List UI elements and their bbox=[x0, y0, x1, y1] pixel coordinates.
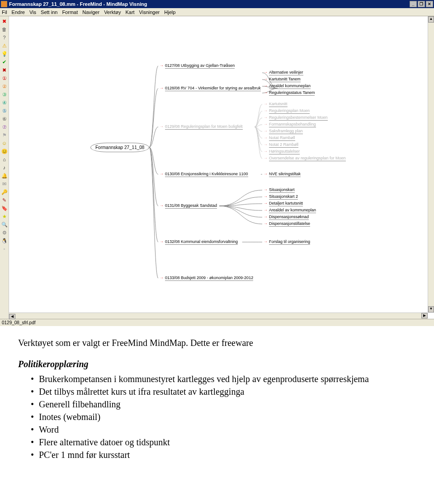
close-button[interactable]: ✕ bbox=[426, 1, 433, 7]
neutral-icon[interactable]: 😐 bbox=[1, 148, 8, 154]
menu-sett-inn[interactable]: Sett inn bbox=[41, 9, 57, 15]
doc-bullet: Word bbox=[31, 424, 416, 435]
mindmap-node[interactable]: →Kartutsnitt Tanem bbox=[262, 76, 302, 82]
menu-hjelp[interactable]: Hjelp bbox=[164, 9, 175, 15]
horizontal-scrollbar[interactable]: ◀ ▶ bbox=[9, 313, 428, 319]
menu-verktoy[interactable]: Verktøy bbox=[104, 9, 121, 15]
note-icon[interactable]: ♪ bbox=[1, 164, 8, 171]
menu-visninger[interactable]: Visninger bbox=[139, 9, 160, 15]
scroll-down-button[interactable]: ▼ bbox=[428, 306, 434, 313]
help-icon[interactable]: ? bbox=[1, 34, 8, 41]
mail-icon[interactable]: ✉ bbox=[1, 181, 8, 187]
menu-format[interactable]: Format bbox=[62, 9, 78, 15]
mindmap-node[interactable]: →Formannskapsbehandling bbox=[262, 121, 317, 127]
doc-bullet: Flere alternative datoer og tidspunkt bbox=[31, 436, 416, 448]
blank-icon[interactable]: ▫ bbox=[1, 246, 8, 252]
doc-intro: Verktøyet som er valgt er FreeMind MindM… bbox=[18, 338, 416, 348]
doc-bullet: Brukerkompetansen i kommunestyret kartle… bbox=[31, 373, 416, 385]
mindmap-canvas[interactable]: Formannskap 27_11_08→0127/08 Utbygging a… bbox=[9, 16, 434, 319]
idea-icon[interactable]: 💡 bbox=[1, 51, 8, 57]
cancel-icon[interactable]: ✖ bbox=[1, 18, 8, 24]
window-title: Formannskap 27_11_08.mm - FreeMind - Min… bbox=[9, 1, 409, 7]
mindmap-node[interactable]: →0129/08 Reguleringsplan for Moen boligf… bbox=[158, 124, 244, 129]
scroll-left-button[interactable]: ◀ bbox=[9, 314, 15, 319]
menu-fil[interactable]: Fil bbox=[2, 9, 7, 15]
home-icon[interactable]: ⌂ bbox=[1, 156, 8, 163]
mindmap-node[interactable]: →Notat 2 Rambøll bbox=[262, 142, 300, 147]
maximize-button[interactable]: ❐ bbox=[418, 1, 425, 7]
doc-bullet: Det tilbys målrettet kurs ut ifra result… bbox=[31, 386, 416, 397]
priority-5-icon[interactable]: ⑤ bbox=[1, 107, 8, 114]
left-toolbar: ✖🗑?⚠💡✔✖①②③④⑤⑥⑦⚑☺😐⌂♪🔔✉🔑✎🔖★🔍⚙🐧▫ bbox=[0, 16, 9, 319]
warning-icon[interactable]: ⚠ bbox=[1, 42, 8, 49]
mindmap-node[interactable]: →NVE sikringstiltak bbox=[262, 171, 302, 177]
doc-bullet: PC'er 1 mnd før kursstart bbox=[31, 449, 416, 461]
doc-bullet: Generell filbehandling bbox=[31, 398, 416, 410]
document-body: Verktøyet som er valgt er FreeMind MindM… bbox=[0, 326, 434, 461]
app-body: ✖🗑?⚠💡✔✖①②③④⑤⑥⑦⚑☺😐⌂♪🔔✉🔑✎🔖★🔍⚙🐧▫ Formannska… bbox=[0, 16, 434, 319]
cross-icon[interactable]: ✖ bbox=[1, 67, 8, 73]
mindmap-node[interactable]: →Reguleringsstatus Tanem bbox=[262, 90, 316, 95]
priority-6-icon[interactable]: ⑥ bbox=[1, 116, 8, 122]
mindmap-node[interactable]: →0131/08 Byggesak Sandstad bbox=[158, 203, 218, 208]
menu-kart[interactable]: Kart bbox=[125, 9, 134, 15]
mindmap-node[interactable]: →0130/08 Erosjonssikring i Kvikkleireson… bbox=[158, 171, 250, 177]
mindmap-node[interactable]: Formannskap 27_11_08 bbox=[90, 143, 149, 152]
scroll-right-button[interactable]: ▶ bbox=[421, 313, 428, 318]
menu-endre[interactable]: Endre bbox=[12, 9, 25, 15]
mindmap-node[interactable]: →Saksframlegg plan bbox=[262, 128, 304, 134]
minimize-button[interactable]: _ bbox=[410, 1, 417, 7]
doc-heading: Politikeropplæring bbox=[18, 359, 416, 369]
doc-bullet: Inotes (webmail) bbox=[31, 411, 416, 423]
bell-icon[interactable]: 🔔 bbox=[1, 173, 8, 179]
app-icon bbox=[1, 1, 7, 7]
mindmap-node[interactable]: →Høringsuttalelser bbox=[262, 149, 301, 154]
mindmap-node[interactable]: →Oversendelse av reguleringsplan for Moe… bbox=[262, 155, 347, 161]
menu-bar: Fil Endre Vis Sett inn Format Naviger Ve… bbox=[0, 8, 434, 16]
status-bar: 0129_08_sfrl.pdf bbox=[0, 319, 434, 326]
menu-vis[interactable]: Vis bbox=[29, 9, 36, 15]
doc-bullet-list: Brukerkompetansen i kommunestyret kartle… bbox=[18, 373, 416, 461]
mindmap-node[interactable]: →Detaljert kartutsnitt bbox=[262, 201, 304, 206]
mindmap-node[interactable]: →0128/08 RV 704 - Virkemidler for styrin… bbox=[158, 85, 262, 91]
mindmap-node[interactable]: →Notat Rambøll bbox=[262, 135, 297, 140]
priority-4-icon[interactable]: ④ bbox=[1, 99, 8, 106]
priority-1-icon[interactable]: ① bbox=[1, 75, 8, 81]
bookmark-icon[interactable]: 🔖 bbox=[1, 205, 8, 211]
mindmap-node[interactable]: →Kartutsnitt bbox=[262, 101, 289, 107]
mindmap-node[interactable]: →Dispensasjonstillatelse bbox=[262, 221, 311, 226]
mindmap-node[interactable]: →0127/08 Utbygging av Gjellan-Trøåsen bbox=[158, 63, 236, 68]
trash-icon[interactable]: 🗑 bbox=[1, 26, 8, 33]
mindmap-node[interactable]: →Reguleringsplan Moen bbox=[262, 108, 311, 113]
wizard-icon[interactable]: ⚙ bbox=[1, 229, 8, 236]
priority-2-icon[interactable]: ② bbox=[1, 83, 8, 89]
mindmap-node[interactable]: →Reguleringsbestemmelser Moen bbox=[262, 115, 329, 120]
mindmap-node[interactable]: →Alternative veilinjer bbox=[262, 70, 305, 75]
pencil-icon[interactable]: ✎ bbox=[1, 197, 8, 203]
key-icon[interactable]: 🔑 bbox=[1, 189, 8, 195]
vertical-scrollbar[interactable]: ▲ ▼ bbox=[428, 16, 434, 313]
mindmap-node[interactable]: →Arealdel kommuneplan bbox=[262, 83, 312, 89]
mindmap-node[interactable]: →Dispensasjonssøknad bbox=[262, 214, 310, 219]
mindmap-node[interactable]: →Arealdel av kommuneplan bbox=[262, 207, 317, 213]
mindmap-node[interactable]: →0132/08 Kommunal eiendomsforvaltning bbox=[158, 239, 239, 244]
priority-3-icon[interactable]: ③ bbox=[1, 91, 8, 98]
flag-icon[interactable]: ⚑ bbox=[1, 132, 8, 138]
mindmap-node[interactable]: →Situasjonskart 2 bbox=[262, 194, 299, 199]
penguin-icon[interactable]: 🐧 bbox=[1, 238, 8, 244]
mindmap-node[interactable]: →Forslag til organisering bbox=[262, 239, 311, 244]
priority-7-icon[interactable]: ⑦ bbox=[1, 124, 8, 130]
zoom-icon[interactable]: 🔍 bbox=[1, 221, 8, 228]
smile-icon[interactable]: ☺ bbox=[1, 140, 8, 146]
star-icon[interactable]: ★ bbox=[1, 213, 8, 219]
scroll-up-button[interactable]: ▲ bbox=[428, 16, 434, 23]
window-titlebar: Formannskap 27_11_08.mm - FreeMind - Min… bbox=[0, 0, 434, 8]
status-text: 0129_08_sfrl.pdf bbox=[2, 320, 36, 325]
mindmap-node[interactable]: →Situasjonskart bbox=[262, 187, 296, 192]
menu-naviger[interactable]: Naviger bbox=[82, 9, 99, 15]
check-icon[interactable]: ✔ bbox=[1, 59, 8, 65]
mindmap-node[interactable]: →0133/08 Budsjett 2009 - økonomiplan 200… bbox=[158, 275, 255, 280]
